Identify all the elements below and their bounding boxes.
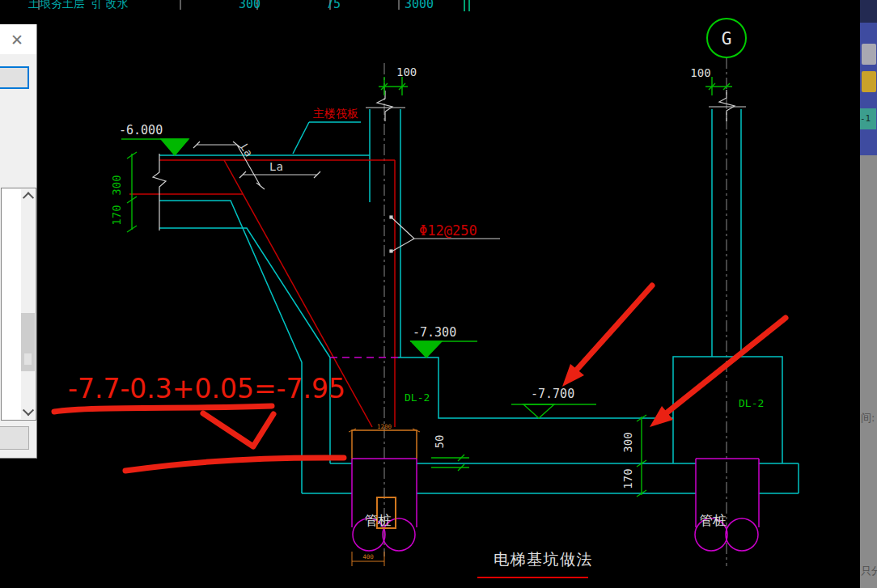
dim-50: 50 [433, 435, 446, 449]
top-fragment-1: 土垠夯土层 [28, 0, 85, 10]
elevation-step: -7.300 [413, 325, 456, 340]
cad-background [0, 0, 860, 588]
desktop-strip-top [860, 0, 877, 23]
cap-top-dim: 1200 [377, 423, 392, 430]
dim-100-right: 100 [690, 66, 710, 79]
list-box[interactable] [1, 188, 36, 421]
desktop-icon-gray [862, 44, 876, 65]
dim-170-left: 170 [110, 205, 123, 225]
annotation-formula: -7.7-0.3+0.05=-7.95 [68, 373, 345, 404]
top-fragment-2: 引 改水 [91, 0, 128, 10]
top-fragment-3: 300 [239, 0, 261, 11]
cap-bottom-dim: 400 [362, 553, 374, 561]
dim-170-right: 170 [621, 468, 634, 489]
scrollbar[interactable] [21, 189, 35, 419]
scroll-thumb-dot [24, 353, 32, 365]
background-text-lower: 只分 [861, 564, 877, 578]
side-dialog: ✕ [0, 24, 37, 459]
dim-100-left: 100 [396, 66, 417, 78]
bottom-button[interactable] [0, 426, 29, 450]
rebar-spec: Φ12@250 [419, 222, 477, 239]
dim-300-right: 300 [621, 432, 634, 452]
axis-bubble-label: G [722, 29, 732, 49]
scroll-thumb[interactable] [21, 313, 35, 371]
top-fragment-4: 75 [326, 0, 341, 11]
dim-300-left: 300 [110, 175, 123, 195]
la-horizontal-label: La [269, 160, 283, 173]
elevation-top: -6.000 [119, 123, 163, 137]
close-icon: ✕ [11, 31, 23, 49]
pile-label-right: 管桩 [700, 513, 726, 528]
desktop-strip: -1 间: 只分 [860, 0, 877, 588]
background-text-upper: 间: [861, 411, 875, 425]
focused-button[interactable] [0, 66, 29, 89]
desktop-blue-area: -1 [860, 23, 877, 155]
chevron-up-icon [22, 192, 33, 203]
desktop-icon-gold [862, 71, 876, 92]
drawing-title: 电梯基坑做法 [494, 550, 593, 568]
scroll-up-button[interactable] [21, 189, 35, 203]
cad-viewport[interactable]: 土垠夯土层 引 改水 300 75 3000 [0, 0, 860, 588]
screenshot-root: 土垠夯土层 引 改水 300 75 3000 [0, 0, 877, 588]
scroll-down-button[interactable] [21, 405, 35, 419]
pile-label-left: 管桩 [365, 513, 391, 528]
raft-label: 主楼筏板 [313, 107, 358, 120]
chevron-down-icon [22, 404, 33, 416]
desktop-icon-tag: -1 [860, 108, 876, 129]
top-fragment-5: 3000 [405, 0, 434, 11]
close-button[interactable]: ✕ [6, 29, 28, 50]
elevation-pit: -7.700 [531, 387, 574, 401]
dl2-left-label: DL-2 [405, 391, 430, 404]
dl2-right-label: DL-2 [739, 397, 764, 409]
